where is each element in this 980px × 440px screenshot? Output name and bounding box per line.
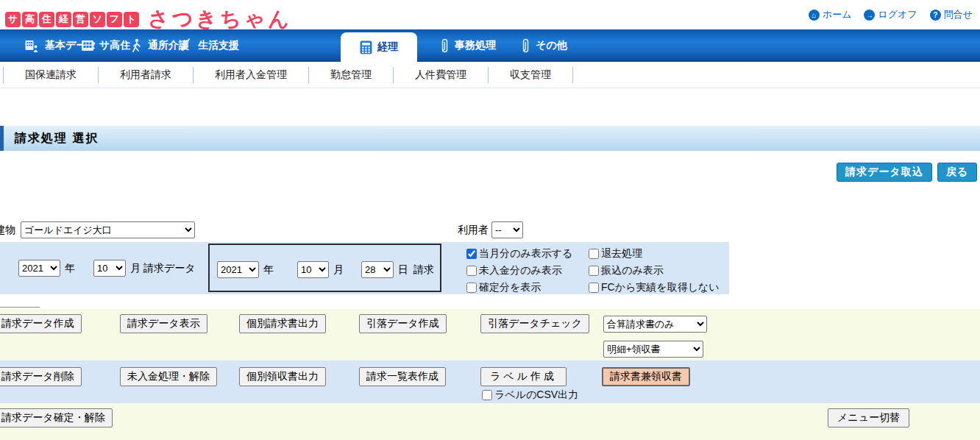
home-link[interactable]: ⌂ ホーム	[809, 8, 852, 21]
invoice-with-receipt-button[interactable]: 請求書兼領収書	[602, 367, 690, 386]
subnav-user-deposit[interactable]: 利用者入金管理	[193, 67, 309, 83]
billing-year-select[interactable]: 2021	[18, 260, 60, 277]
checkbox-label: FCから実績を取得しない	[601, 281, 720, 294]
delete-billing-data-button[interactable]: 請求データ削除	[0, 367, 82, 386]
action-row-1: 請求データ作成 請求データ表示 個別請求書出力 引落データ作成 引落データチェッ…	[0, 309, 980, 361]
building-label: 建物	[0, 224, 15, 237]
checkbox-label: 振込のみ表示	[601, 264, 664, 277]
page-title: 請求処理 選択	[4, 131, 99, 146]
logoff-link-label: ログオフ	[878, 8, 917, 21]
confirm-billing-data-toggle-button[interactable]: 請求データ確定・解除	[0, 408, 113, 427]
top-actions: 請求データ取込 戻る	[837, 163, 977, 182]
checkbox-label: 退去処理	[601, 247, 642, 260]
subnav-income-expense[interactable]: 収支管理	[489, 67, 573, 83]
checkbox-moveout-process[interactable]: 退去処理	[589, 247, 642, 260]
logo-box: フ	[107, 12, 122, 27]
date-filter-panel: 2021 年 10 月 請求データ 2021 年 10 月 28 日 請求 当月…	[0, 242, 729, 294]
moveout-process-checkbox[interactable]	[589, 249, 599, 259]
logo-box: ト	[124, 12, 139, 27]
checkbox-label: 確定分を表示	[479, 281, 541, 294]
tab-label: 経理	[377, 40, 398, 54]
logoff-link[interactable]: → ログオフ	[864, 8, 917, 21]
import-billing-data-button[interactable]: 請求データ取込	[837, 163, 932, 182]
unpaid-only-checkbox[interactable]	[466, 266, 477, 276]
billing-list-create-button[interactable]: 請求一覧表作成	[359, 367, 446, 386]
label-create-button[interactable]: ラベル作成	[480, 367, 567, 386]
checkbox-label: 未入金分のみ表示	[479, 264, 562, 277]
individual-receipt-output-button[interactable]: 個別領収書出力	[239, 367, 326, 386]
invoice-label: 請求	[413, 263, 434, 277]
walking-person-icon	[129, 38, 143, 53]
tab-accounting[interactable]: 経理	[341, 32, 417, 62]
invoice-date-box: 2021 年 10 月 28 日 請求	[208, 244, 441, 292]
building-person-icon	[25, 40, 40, 52]
checkbox-unpaid-only[interactable]: 未入金分のみ表示	[466, 264, 562, 277]
checkbox-show-confirmed[interactable]: 確定分を表示	[466, 281, 541, 294]
invoice-day-suffix: 日	[398, 263, 408, 277]
header-links: ⌂ ホーム → ログオフ ? 問合せ	[809, 8, 973, 21]
home-icon: ⌂	[809, 10, 820, 21]
subnav-personnel-cost[interactable]: 人件費管理	[394, 67, 489, 83]
invoice-year-select[interactable]: 2021	[217, 261, 259, 278]
transfer-only-checkbox[interactable]	[589, 266, 599, 276]
invoice-year-suffix: 年	[263, 263, 274, 277]
show-confirmed-checkbox[interactable]	[466, 283, 477, 293]
create-debit-data-button[interactable]: 引落データ作成	[359, 314, 447, 333]
page-title-bar: 請求処理 選択	[0, 126, 980, 151]
no-fc-results-checkbox[interactable]	[589, 283, 599, 293]
checkbox-no-fc-results[interactable]: FCから実績を取得しない	[589, 281, 720, 294]
action-row-2: 請求データ削除 未入金処理・解除 個別領収書出力 請求一覧表作成 ラベル作成 請…	[0, 361, 980, 403]
tab-sakoju[interactable]: サ高住	[81, 29, 130, 62]
home-link-label: ホーム	[823, 8, 852, 21]
billing-month-suffix: 月 請求データ	[130, 262, 196, 275]
main-nav: 基本データ サ高住 通所介護 生活支援 経理	[0, 29, 980, 62]
check-debit-data-button[interactable]: 引落データチェック	[480, 314, 589, 333]
label-csv-output-checkbox[interactable]	[482, 390, 492, 400]
billing-month-select[interactable]: 10	[93, 260, 126, 277]
subnav-attendance[interactable]: 勤怠管理	[309, 67, 394, 83]
checkbox-label-csv-output[interactable]: ラベルのCSV出力	[482, 388, 578, 402]
broom-icon	[178, 38, 193, 53]
invoice-month-select[interactable]: 10	[297, 261, 329, 278]
checkbox-label: ラベルのCSV出力	[494, 388, 578, 402]
invoice-month-suffix: 月	[333, 263, 344, 277]
tab-label: 生活支援	[198, 39, 239, 52]
current-month-only-checkbox[interactable]	[466, 249, 477, 259]
divider-dash	[0, 307, 40, 308]
merged-invoice-select[interactable]: 合算請求書のみ	[603, 316, 707, 333]
checkbox-current-month-only[interactable]: 当月分のみ表示する	[466, 247, 572, 260]
tab-label: サ高住	[99, 39, 130, 52]
logo-box: 高	[22, 12, 38, 27]
paperclip-icon	[521, 38, 530, 54]
sub-nav: 国保連請求 利用者請求 利用者入金管理 勤怠管理 人件費管理 収支管理	[0, 62, 980, 88]
question-icon: ?	[930, 10, 941, 21]
logo-box: ソ	[90, 12, 105, 27]
inquiry-link[interactable]: ? 問合せ	[930, 8, 973, 21]
checkbox-label: 当月分のみ表示する	[479, 247, 572, 260]
logo-box: 経	[56, 12, 71, 27]
create-billing-data-button[interactable]: 請求データ作成	[0, 314, 82, 333]
detail-receipt-select[interactable]: 明細+領収書	[603, 341, 703, 358]
header: サ 高 住 経 営 ソ フ ト さつきちゃん ⌂ ホーム → ログオフ ? 問合…	[0, 0, 980, 29]
checkbox-transfer-only[interactable]: 振込のみ表示	[589, 264, 664, 277]
user-select[interactable]: --	[491, 221, 523, 238]
building-select[interactable]: ゴールドエイジ大口	[21, 221, 195, 238]
inquiry-link-label: 問合せ	[944, 8, 973, 21]
display-billing-data-button[interactable]: 請求データ表示	[120, 314, 207, 333]
tab-label: その他	[536, 39, 567, 52]
logo-box: サ	[5, 12, 21, 27]
unpaid-process-toggle-button[interactable]: 未入金処理・解除	[120, 367, 217, 386]
user-label: 利用者	[458, 224, 489, 237]
tab-others[interactable]: その他	[521, 29, 567, 62]
filter-row: 建物 ゴールドエイジ大口 利用者 --	[0, 221, 980, 240]
tab-life-support[interactable]: 生活支援	[178, 29, 239, 62]
logo-box: 営	[73, 12, 88, 27]
menu-switch-button[interactable]: メニュー切替	[828, 408, 909, 427]
subnav-kokuhoren-billing[interactable]: 国保連請求	[3, 67, 99, 83]
subnav-user-billing[interactable]: 利用者請求	[99, 67, 193, 83]
tab-office-work[interactable]: 事務処理	[440, 29, 496, 62]
invoice-day-select[interactable]: 28	[361, 261, 394, 278]
individual-invoice-output-button[interactable]: 個別請求書出力	[239, 314, 326, 333]
back-button[interactable]: 戻る	[937, 163, 977, 182]
logo-box: 住	[39, 12, 54, 27]
